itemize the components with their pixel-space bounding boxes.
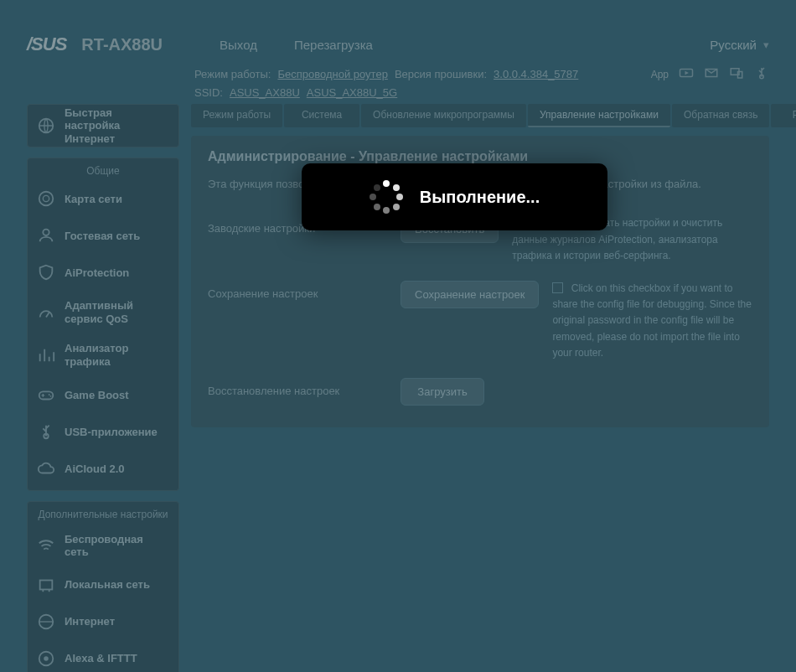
chevron-down-icon: ▾ <box>763 39 769 51</box>
logout-button[interactable]: Выход <box>201 33 276 57</box>
sidebar-item-label: Локальная сеть <box>65 578 150 591</box>
subtab-system[interactable]: Система <box>284 104 359 127</box>
row-upload: Восстановление настроек Загрузить <box>208 370 752 414</box>
subtab-feedback[interactable]: Обратная связь <box>672 104 769 127</box>
sidebar-advanced-title: Дополнительные настройки <box>28 505 178 524</box>
sidebar-item-aicloud[interactable]: AiCloud 2.0 <box>28 450 178 487</box>
sidebar-item-label: AiProtection <box>65 266 129 279</box>
chart-icon <box>36 345 56 365</box>
sidebar-general-title: Общие <box>28 162 178 180</box>
usb-icon[interactable] <box>754 65 769 83</box>
svg-point-12 <box>50 395 52 397</box>
mail-icon[interactable] <box>704 65 719 83</box>
sidebar-item-adaptive-qos[interactable]: Адаптивный сервис QoS <box>28 291 178 333</box>
devices-icon[interactable] <box>729 65 744 83</box>
app-toggle-icon[interactable] <box>679 65 694 83</box>
brand-logo: /SUS <box>27 34 66 55</box>
sidebar-item-label: Game Boost <box>65 389 129 401</box>
usb-icon <box>36 421 56 442</box>
ssid-1-link[interactable]: ASUS_AX88U <box>230 86 300 99</box>
sidebar-item-internet[interactable]: Интернет <box>28 603 178 640</box>
sidebar-item-wireless[interactable]: Беспроводная сеть <box>28 525 178 566</box>
loading-modal: Выполнение... <box>302 163 607 230</box>
sidebar-item-label: Карта сети <box>65 193 122 205</box>
sidebar-item-label: USB-приложение <box>65 426 158 438</box>
svg-point-9 <box>43 230 49 235</box>
info-bar-1: Режим работы: Беспроводной роутер Версия… <box>27 62 769 85</box>
model-name: RT-AX88U <box>81 35 163 54</box>
ssid-label: SSID: <box>194 86 223 99</box>
sidebar-advanced: Дополнительные настройки Беспроводная се… <box>27 501 179 672</box>
svg-point-7 <box>39 192 54 206</box>
spinner-icon <box>370 180 403 214</box>
sidebar-item-network-map[interactable]: Карта сети <box>28 180 178 217</box>
app-label: App <box>651 69 669 80</box>
top-tabs: Выход Перезагрузка <box>201 33 391 57</box>
svg-point-11 <box>49 394 50 395</box>
save-side: Click on this checkbox if you want to sh… <box>552 281 752 361</box>
subtab-bar: Режим работы Система Обновление микропро… <box>191 104 769 127</box>
row-save-label: Сохранение настроек <box>208 281 401 300</box>
sidebar-item-label: Гостевая сеть <box>65 230 140 242</box>
wifi-icon <box>36 535 56 556</box>
save-side-text: Click on this checkbox if you want to sh… <box>552 282 752 359</box>
lan-icon <box>36 575 56 595</box>
sidebar: Быстрая настройка Интернет Общие Карта с… <box>27 104 179 672</box>
save-checkbox[interactable] <box>552 282 563 293</box>
shield-icon <box>36 262 56 282</box>
svg-rect-14 <box>40 580 53 589</box>
upload-button[interactable]: Загрузить <box>401 378 484 406</box>
svg-marker-1 <box>685 71 690 75</box>
sidebar-item-label: Alexa & IFTTT <box>65 652 137 664</box>
globe-icon <box>36 612 56 632</box>
fw-link[interactable]: 3.0.0.4.384_5787 <box>494 68 578 80</box>
top-bar: /SUS RT-AX88U Выход Перезагрузка Русский… <box>27 27 769 62</box>
info-bar-2: SSID: ASUS_AX88U ASUS_AX88U_5G <box>27 85 769 104</box>
subtab-op-mode[interactable]: Режим работы <box>191 104 282 127</box>
sidebar-item-usb-app[interactable]: USB-приложение <box>28 413 178 450</box>
subtab-privacy[interactable]: Privacy <box>771 104 796 127</box>
sidebar-item-alexa-ifttt[interactable]: Alexa & IFTTT <box>28 640 178 672</box>
sidebar-item-label: Интернет <box>65 615 115 628</box>
fw-label: Версия прошивки: <box>395 68 487 80</box>
voice-icon <box>36 649 56 669</box>
row-save: Сохранение настроек Сохранение настроек … <box>208 272 752 370</box>
row-upload-label: Восстановление настроек <box>208 378 401 397</box>
sidebar-item-label: Адаптивный сервис QoS <box>65 299 170 325</box>
sidebar-item-game-boost[interactable]: Game Boost <box>28 376 178 413</box>
gamepad-icon <box>36 385 56 405</box>
header-icons: App <box>651 65 769 83</box>
sidebar-item-traffic-analyzer[interactable]: Анализатор трафика <box>28 333 178 376</box>
svg-rect-10 <box>39 392 54 400</box>
sidebar-item-label: Быстрая настройка Интернет <box>65 106 170 146</box>
sidebar-item-aiprotection[interactable]: AiProtection <box>28 254 178 291</box>
language-select[interactable]: Русский <box>710 38 757 52</box>
svg-point-17 <box>44 656 49 661</box>
guest-icon <box>36 225 56 246</box>
sidebar-item-label: AiCloud 2.0 <box>65 463 125 475</box>
subtab-firmware[interactable]: Обновление микропрограммы <box>361 104 526 127</box>
sidebar-item-lan[interactable]: Локальная сеть <box>28 566 178 603</box>
globe-icon <box>36 116 56 136</box>
subtab-settings-mgmt[interactable]: Управление настройками <box>528 104 670 127</box>
reboot-button[interactable]: Перезагрузка <box>276 33 391 57</box>
mode-link[interactable]: Беспроводной роутер <box>277 68 387 80</box>
sidebar-item-label: Анализатор трафика <box>65 342 170 368</box>
panel-title: Администрирование - Управление настройка… <box>208 149 752 164</box>
cloud-icon <box>36 458 56 478</box>
ssid-2-link[interactable]: ASUS_AX88U_5G <box>307 86 397 99</box>
loading-text: Выполнение... <box>420 188 540 207</box>
svg-point-8 <box>43 195 49 201</box>
sidebar-quick-setup[interactable]: Быстрая настройка Интернет <box>28 108 178 143</box>
save-settings-button[interactable]: Сохранение настроек <box>401 281 539 308</box>
sidebar-item-label: Беспроводная сеть <box>65 533 170 558</box>
mode-label: Режим работы: <box>194 68 271 80</box>
sidebar-general: Общие Карта сети Гостевая сеть AiProtect… <box>27 158 179 491</box>
sidebar-item-guest-network[interactable]: Гостевая сеть <box>28 217 178 254</box>
map-icon <box>36 189 56 209</box>
gauge-icon <box>36 302 56 323</box>
